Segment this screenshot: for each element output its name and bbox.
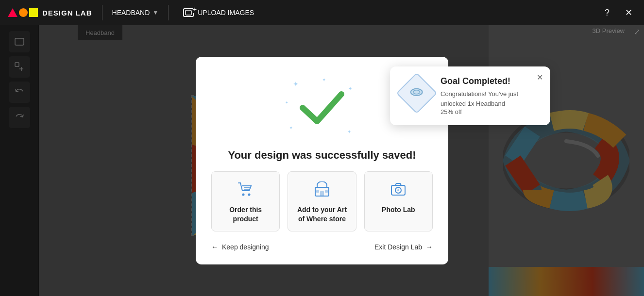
exit-design-button[interactable]: Exit Design Lab → — [374, 243, 433, 251]
svg-point-9 — [242, 194, 244, 196]
sparkle-6: ✦ — [285, 100, 288, 105]
headband-icon — [410, 87, 424, 100]
photo-lab-button[interactable]: Photo Lab — [364, 171, 433, 231]
goal-discount: 25% off — [441, 108, 541, 115]
logo-triangle — [8, 8, 17, 17]
goal-icon-area — [400, 76, 434, 110]
goal-close-icon: ✕ — [537, 73, 543, 82]
modal-overlay: ✦ ✦ ✦ ✦ ✦ ✦ Your design was successfully… — [0, 25, 644, 296]
logo: DESIGN LAB — [8, 8, 92, 17]
logo-circle — [19, 8, 28, 17]
add-to-store-button[interactable]: Add to your Art of Where store — [288, 171, 356, 231]
exit-arrow-icon: → — [426, 243, 433, 251]
svg-point-20 — [411, 89, 423, 96]
top-navigation: DESIGN LAB HEADBAND ▼ + UPLOAD IMAGES ? … — [0, 0, 644, 25]
order-label: Order this product — [218, 205, 273, 223]
modal-title: Your design was successfully saved! — [228, 149, 416, 162]
photolab-label: Photo Lab — [382, 205, 415, 214]
nav-divider — [102, 5, 102, 20]
goal-description: Congratulations! You've just unlocked 1x… — [441, 89, 541, 108]
camera-icon — [390, 181, 406, 200]
sparkle-2: ✦ — [348, 86, 352, 91]
goal-content: Goal Completed! Congratulations! You've … — [441, 76, 541, 115]
close-button[interactable]: ✕ — [621, 5, 636, 20]
upload-label: UPLOAD IMAGES — [198, 9, 254, 16]
svg-point-19 — [397, 189, 399, 191]
help-icon: ? — [605, 8, 610, 18]
sparkle-4: ✦ — [289, 125, 293, 131]
brand-name: DESIGN LAB — [42, 9, 92, 17]
order-product-button[interactable]: Order this product — [211, 171, 280, 231]
sparkle-3: ✦ — [322, 77, 326, 82]
store-icon — [314, 181, 330, 200]
modal-footer: ← Keep designing Exit Design Lab → — [211, 241, 433, 251]
logo-square — [29, 8, 38, 17]
help-button[interactable]: ? — [599, 5, 615, 20]
goal-diamond-icon — [396, 73, 438, 114]
upload-icon: + — [183, 8, 194, 17]
sparkle-1: ✦ — [293, 80, 299, 88]
goal-title: Goal Completed! — [441, 76, 541, 86]
checkmark-area: ✦ ✦ ✦ ✦ ✦ ✦ — [283, 76, 361, 139]
svg-rect-16 — [325, 190, 328, 193]
success-checkmark — [298, 88, 346, 127]
store-label: Add to your Art of Where store — [294, 205, 350, 223]
product-name: HEADBAND — [112, 9, 150, 16]
nav-divider-2 — [168, 5, 169, 20]
back-arrow-icon: ← — [211, 243, 218, 251]
chevron-down-icon: ▼ — [153, 9, 158, 16]
product-selector[interactable]: HEADBAND ▼ — [112, 9, 159, 16]
order-icon — [238, 181, 254, 200]
sparkle-5: ✦ — [347, 129, 351, 134]
keep-designing-button[interactable]: ← Keep designing — [211, 243, 269, 251]
svg-rect-15 — [316, 190, 319, 193]
close-icon: ✕ — [625, 7, 632, 18]
goal-close-button[interactable]: ✕ — [534, 71, 545, 83]
svg-point-10 — [248, 194, 250, 196]
svg-rect-14 — [320, 191, 324, 196]
goal-completed-card: Goal Completed! Congratulations! You've … — [390, 66, 550, 125]
svg-text:+: + — [190, 10, 192, 12]
action-buttons: Order this product Add to your Art of W — [211, 171, 433, 231]
upload-images-button[interactable]: + UPLOAD IMAGES — [178, 5, 259, 20]
success-modal: ✦ ✦ ✦ ✦ ✦ ✦ Your design was successfully… — [196, 57, 448, 264]
main-area: Headband ✕ — [0, 25, 644, 296]
